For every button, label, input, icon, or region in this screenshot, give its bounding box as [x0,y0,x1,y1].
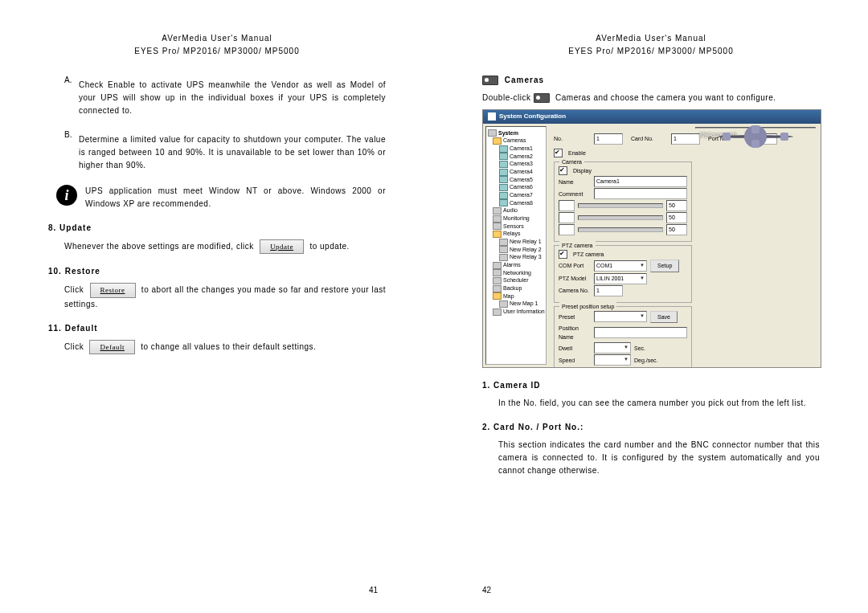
section-default-text: Click Default to change all values to th… [48,340,386,354]
slider-b[interactable] [559,212,575,223]
dwell-select[interactable] [594,342,631,353]
config-tree[interactable]: System Cameras Camera1 Camera2 Camera3 C… [485,126,547,365]
camera-icon [499,184,508,191]
section-cameraid-title: 1. Camera ID [482,379,820,392]
default-button[interactable]: Default [89,340,135,354]
ptz-group: PTZ camera PTZ camera COM PortCOM1Setup … [554,245,692,302]
tree-backup[interactable]: Backup [488,284,544,292]
info-icon: i [56,185,77,206]
section-cardno-title: 2. Card No. / Port No.: [482,421,820,434]
camera-icon [499,169,508,176]
tree-userinfo[interactable]: User Information [488,308,544,316]
folder-icon [493,292,502,300]
tree-camera-item[interactable]: Camera5 [488,176,544,184]
no-field[interactable]: 1 [594,133,623,145]
camera-icon [534,93,550,103]
camera-group: Camera Display NameCamera1 Comment 50 50… [554,161,692,242]
tree-cameras[interactable]: Cameras [488,137,544,145]
window-titlebar[interactable]: System Configuration [483,110,821,124]
cameras-intro: Double-click Cameras and choose the came… [482,92,820,104]
tree-sensors[interactable]: Sensors [488,223,544,231]
folder-icon [493,231,502,238]
tree-camera-item[interactable]: Camera7 [488,191,544,199]
no-label: No. [554,134,586,143]
tree-monitoring[interactable]: Monitoring [488,215,544,223]
monitoring-icon [493,215,502,223]
tree-camera-item[interactable]: Camera3 [488,160,544,168]
slider-track[interactable] [578,227,663,232]
tree-alarms[interactable]: Alarms [488,261,544,269]
tree-relay-item[interactable]: New Relay 3 [488,253,544,261]
list-item-a: A. Check Enable to activate UPS meanwhil… [64,74,386,122]
group-title: Preset position setup [559,302,616,311]
section-update-text: Whenever the above settings are modified… [48,239,386,254]
slider-c[interactable] [559,224,575,235]
ptz-left-icon[interactable] [723,133,731,141]
manual-subtitle: EYES Pro/ MP2016/ MP3000/ MP5000 [482,45,820,58]
ptzmodel-select[interactable]: LILIN 2001 [594,273,647,284]
tree-camera-item[interactable]: Camera2 [488,153,544,161]
slider-track[interactable] [578,215,663,220]
tree-relays[interactable]: Relays [488,230,544,238]
ptz-joystick[interactable] [718,135,793,138]
tree-relay-item[interactable]: New Relay 2 [488,246,544,254]
ptz-up-icon[interactable] [751,140,760,148]
name-field[interactable]: Camera1 [594,176,687,187]
tree-audio[interactable]: Audio [488,206,544,215]
update-button[interactable]: Update [260,239,304,254]
window-icon [488,112,496,121]
display-checkbox[interactable] [559,166,567,175]
posname-field[interactable] [594,327,687,338]
tree-networking[interactable]: Networking [488,269,544,277]
page-left: AVerMedia User's Manual EYES Pro/ MP2016… [0,0,434,613]
restore-button[interactable]: Restore [90,283,136,297]
tree-relay-item[interactable]: New Relay 1 [488,238,544,246]
save-button[interactable]: Save [650,311,678,323]
section-restore-title: 10. Restore [48,265,386,278]
info-text: UPS application must meet Window NT or a… [85,185,386,210]
tree-camera-item[interactable]: Camera6 [488,183,544,191]
setup-button[interactable]: Setup [650,260,679,272]
comport-select[interactable]: COM1 [594,260,647,272]
page-number: 41 [369,584,378,597]
ptz-down-icon[interactable] [751,125,760,133]
tree-camera-item[interactable]: Camera1 [488,145,544,153]
list-text: Check Enable to activate UPS meanwhile t… [79,79,386,117]
system-config-window: System Configuration System Cameras Came… [482,109,821,368]
user-icon [493,309,502,316]
camera-icon [499,192,508,199]
preset-group: Preset position setup PresetSave Positio… [554,306,692,367]
camera-icon [482,76,498,85]
tree-camera-item[interactable]: Camera4 [488,168,544,176]
page-header: AVerMedia User's Manual EYES Pro/ MP2016… [48,32,386,58]
networking-icon [493,269,502,276]
preset-select[interactable] [594,311,647,322]
tree-scheduler[interactable]: Scheduler [488,276,544,284]
map-icon [499,300,508,308]
slider-a[interactable] [559,200,575,211]
enable-row[interactable]: Enable [554,149,692,157]
scheduler-icon [493,277,502,284]
section-update-title: 8. Update [48,222,386,235]
camerano-field[interactable]: 1 [594,285,623,296]
tree-system[interactable]: System [488,129,544,137]
list-label: A. [64,74,79,122]
tree-map-item[interactable]: New Map 1 [488,300,544,308]
form-left: Enable Camera Display NameCamera1 Commen… [554,148,692,367]
slider-track[interactable] [578,203,663,208]
relay-icon [499,246,508,253]
cameras-heading: Cameras [482,74,820,87]
ptz-checkbox[interactable] [559,250,567,259]
tree-camera-item[interactable]: Camera8 [488,199,544,207]
speed-select[interactable] [594,354,631,366]
enable-checkbox[interactable] [554,149,563,157]
camera-icon [499,199,508,206]
comment-field[interactable] [594,188,687,199]
camera-icon [499,153,508,160]
camera-icon [499,145,508,153]
manual-title: AVerMedia User's Manual [482,32,820,45]
tree-map[interactable]: Map [488,292,544,300]
manual-title: AVerMedia User's Manual [48,32,386,45]
ptz-right-icon[interactable] [780,133,788,141]
cardno-field[interactable]: 1 [671,133,700,145]
